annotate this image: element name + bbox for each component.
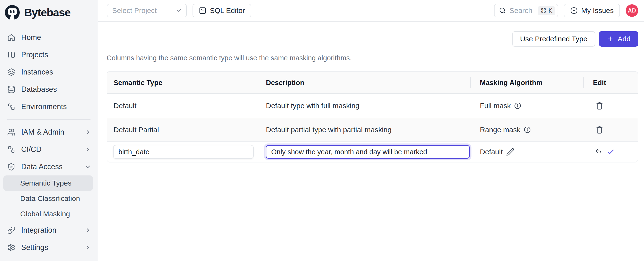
add-button-label: Add (618, 35, 630, 43)
bytebase-logo-icon (4, 4, 20, 20)
edit-cell (583, 148, 638, 156)
sidebar-item-cicd[interactable]: CI/CD (0, 141, 98, 158)
sidebar-item-label: Settings (21, 243, 78, 252)
app-window: Bytebase Home Projects Instances Databas… (0, 0, 644, 261)
semantic-type-input[interactable] (113, 145, 254, 159)
delete-button[interactable] (596, 126, 604, 134)
sidebar-item-data-classification[interactable]: Data Classification (3, 191, 93, 206)
column-header-masking-algorithm: Masking Algorithm (470, 72, 583, 94)
sidebar-item-home[interactable]: Home (0, 29, 98, 46)
masking-algorithm-cell: Full mask (470, 102, 583, 110)
gear-icon (7, 244, 16, 252)
home-icon (7, 33, 16, 41)
edit-masking-algorithm-button[interactable] (506, 148, 514, 156)
sidebar-subitem-label: Semantic Types (20, 179, 72, 187)
sql-editor-button[interactable]: SQL Editor (192, 4, 251, 17)
chevron-right-icon (84, 227, 92, 234)
semantic-types-page: Use Predefined Type Add Columns having t… (98, 22, 644, 162)
sidebar-item-semantic-types[interactable]: Semantic Types (3, 175, 93, 191)
column-header-description: Description (260, 72, 470, 94)
terminal-square-icon (199, 7, 206, 14)
description-input[interactable] (266, 145, 470, 159)
use-predefined-type-label: Use Predefined Type (520, 35, 588, 43)
masking-algorithm-cell: Range mask (470, 126, 583, 134)
avatar-initials: AD (628, 7, 636, 14)
sidebar-subitem-label: Data Classification (20, 194, 80, 203)
column-header-semantic-type: Semantic Type (107, 72, 260, 94)
sidebar-item-data-access[interactable]: Data Access (0, 158, 98, 175)
confirm-button[interactable] (607, 148, 615, 156)
info-icon[interactable] (524, 126, 531, 133)
sidebar-item-projects[interactable]: Projects (0, 46, 98, 63)
semantic-type-cell: Default (107, 102, 260, 110)
sql-editor-label: SQL Editor (210, 6, 245, 15)
search-placeholder: Search (510, 6, 534, 15)
trash-icon (596, 102, 604, 110)
sidebar-item-label: CI/CD (21, 145, 78, 154)
undo-icon (595, 148, 602, 156)
info-icon[interactable] (514, 102, 521, 109)
layers-icon (7, 68, 16, 76)
search-icon (499, 7, 506, 14)
workflow-icon (7, 145, 16, 154)
undo-button[interactable] (595, 148, 602, 156)
sidebar-item-label: Databases (21, 85, 92, 94)
table-row: Default Partial Default partial type wit… (107, 118, 638, 141)
sidebar-item-label: Projects (21, 50, 92, 59)
sidebar-item-label: Environments (21, 102, 92, 111)
use-predefined-type-button[interactable]: Use Predefined Type (512, 31, 595, 47)
search-input[interactable]: Search ⌘ K (494, 4, 558, 17)
chevron-right-icon (84, 146, 92, 153)
semantic-types-table: Semantic Type Description Masking Algori… (106, 71, 638, 162)
edit-cell (583, 126, 638, 134)
sidebar-divider (7, 119, 90, 120)
project-select-placeholder: Select Project (112, 6, 175, 15)
sidebar-item-instances[interactable]: Instances (0, 63, 98, 81)
chevron-right-icon (84, 129, 92, 136)
environments-icon (7, 103, 16, 111)
semantic-type-cell: Default Partial (107, 126, 260, 134)
column-header-edit: Edit (583, 72, 638, 94)
chevron-right-icon (84, 244, 92, 251)
my-issues-label: My Issues (581, 6, 614, 15)
sidebar-item-label: Instances (21, 68, 92, 76)
sidebar-subitem-label: Global Masking (20, 210, 70, 218)
sidebar-item-label: Integration (21, 226, 78, 235)
brand-name: Bytebase (24, 6, 70, 19)
search-shortcut-badge: ⌘ K (538, 6, 555, 15)
semantic-type-cell (107, 145, 260, 159)
projects-icon (7, 51, 16, 59)
sidebar: Bytebase Home Projects Instances Databas… (0, 0, 98, 261)
page-subtitle: Columns having the same semantic type wi… (106, 54, 638, 62)
masking-algorithm-label: Range mask (480, 126, 520, 134)
add-button[interactable]: Add (599, 31, 638, 47)
circle-dot-icon (570, 7, 578, 14)
users-icon (7, 128, 16, 136)
sidebar-item-iam-admin[interactable]: IAM & Admin (0, 124, 98, 141)
avatar[interactable]: AD (626, 4, 638, 17)
masking-algorithm-label: Full mask (480, 102, 511, 110)
project-select-dropdown[interactable]: Select Project (107, 4, 187, 17)
page-actions: Use Predefined Type Add (106, 31, 638, 47)
check-icon (607, 148, 615, 156)
sidebar-item-integration[interactable]: Integration (0, 222, 98, 239)
sidebar-item-settings[interactable]: Settings (0, 239, 98, 256)
sidebar-item-label: Data Access (21, 162, 78, 171)
table-row: Default Default type with full masking F… (107, 94, 638, 118)
sidebar-item-label: IAM & Admin (21, 128, 78, 137)
my-issues-button[interactable]: My Issues (564, 4, 620, 17)
chevron-down-icon (84, 163, 92, 170)
description-cell: Default type with full masking (260, 102, 470, 110)
sidebar-item-global-masking[interactable]: Global Masking (3, 206, 93, 222)
trash-icon (596, 126, 604, 134)
brand-logo[interactable]: Bytebase (0, 3, 98, 22)
plus-icon (607, 35, 614, 42)
masking-algorithm-cell: Default (470, 148, 583, 156)
shield-check-icon (7, 163, 16, 171)
delete-button[interactable] (596, 102, 604, 110)
sidebar-item-databases[interactable]: Databases (0, 81, 98, 98)
description-cell: Default partial type with partial maskin… (260, 126, 470, 134)
pencil-icon (506, 148, 514, 156)
sidebar-item-environments[interactable]: Environments (0, 98, 98, 115)
masking-algorithm-label: Default (480, 148, 503, 156)
